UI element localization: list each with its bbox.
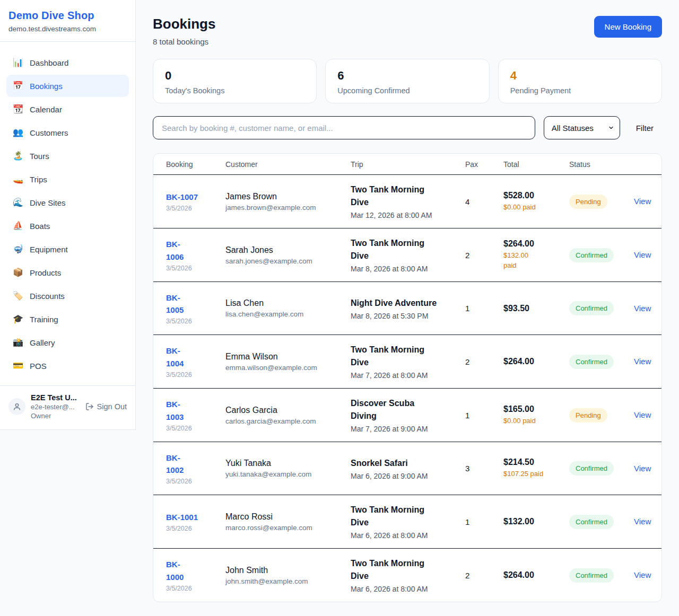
booking-id-link[interactable]: BK-1002 <box>166 452 190 477</box>
booking-date: 3/5/2026 <box>166 371 225 379</box>
filter-button[interactable]: Filter <box>620 124 662 133</box>
credit-card-icon: 💳 <box>13 362 23 370</box>
booking-id-link[interactable]: BK-1006 <box>166 238 190 263</box>
sidebar-item-boats[interactable]: ⛵ Boats <box>6 215 129 237</box>
sidebar-item-trips[interactable]: 🚤 Trips <box>6 168 129 190</box>
view-link[interactable]: View <box>634 410 651 419</box>
sidebar-item-dashboard[interactable]: 📊 Dashboard <box>6 51 129 74</box>
trip-name: Two Tank Morning Dive <box>351 183 431 209</box>
customer-cell: Carlos Garcia carlos.garcia@example.com <box>225 406 351 425</box>
tag-icon: 🏷️ <box>13 292 23 300</box>
graduation-cap-icon: 🎓 <box>13 315 23 323</box>
status-cell: Confirmed <box>569 568 634 583</box>
customer-cell: Sarah Jones sarah.jones@example.com <box>225 245 351 265</box>
speedboat-icon: 🚤 <box>13 175 23 183</box>
page-header: Bookings 8 total bookings New Booking <box>153 16 662 46</box>
search-input[interactable] <box>153 116 535 139</box>
pax-value: 2 <box>465 571 503 580</box>
view-link[interactable]: View <box>634 517 651 526</box>
sidebar-item-label: Dashboard <box>30 58 68 67</box>
paid-amount: $0.00 paid <box>503 416 569 426</box>
total-cell: $264.00 <box>503 570 569 580</box>
booking-date: 3/5/2026 <box>166 425 225 432</box>
sidebar-item-calendar[interactable]: 📆 Calendar <box>6 98 129 120</box>
customer-email: yuki.tanaka@example.com <box>225 470 351 478</box>
sidebar-item-pos[interactable]: 💳 POS <box>6 355 129 377</box>
view-link[interactable]: View <box>634 250 651 259</box>
sidebar-item-bookings[interactable]: 📅 Bookings <box>6 75 129 97</box>
sidebar-item-customers[interactable]: 👥 Customers <box>6 121 129 144</box>
trip-cell: Night Dive Adventure Mar 8, 2026 at 5:30… <box>351 297 465 320</box>
column-header-status: Status <box>569 160 634 169</box>
sidebar-item-gallery[interactable]: 📸 Gallery <box>6 331 129 354</box>
total-cell: $93.50 <box>503 304 569 313</box>
booking-id-link[interactable]: BK-1001 <box>166 511 198 523</box>
booking-cell: BK-1003 3/5/2026 <box>166 398 225 432</box>
status-select[interactable]: All Statuses <box>544 116 620 139</box>
trip-datetime: Mar 12, 2026 at 8:00 AM <box>351 211 465 219</box>
sidebar-item-dive-sites[interactable]: 🌊 Dive Sites <box>6 191 129 214</box>
brand-block: Demo Dive Shop demo.test.divestreams.com <box>0 0 135 42</box>
table-row: BK-1004 3/5/2026 Emma Wilson emma.wilson… <box>153 335 661 388</box>
view-link[interactable]: View <box>634 357 651 366</box>
trip-name: Two Tank Morning Dive <box>351 504 431 529</box>
action-cell: View <box>634 464 651 473</box>
booking-id-link[interactable]: BK-1005 <box>166 292 190 316</box>
customer-email: sarah.jones@example.com <box>225 257 351 265</box>
package-icon: 📦 <box>13 268 23 277</box>
sidebar-nav: 📊 Dashboard 📅 Bookings 📆 Calendar 👥 Cust… <box>0 42 135 385</box>
avatar <box>8 398 25 415</box>
sidebar-item-label: Bookings <box>30 82 63 91</box>
new-booking-button[interactable]: New Booking <box>594 16 662 38</box>
action-cell: View <box>634 250 651 260</box>
view-link[interactable]: View <box>634 464 651 473</box>
sidebar-item-label: Gallery <box>30 338 55 347</box>
booking-id-link[interactable]: BK-1003 <box>166 398 190 423</box>
trip-datetime: Mar 7, 2026 at 8:00 AM <box>351 371 465 380</box>
stat-label: Today's Bookings <box>165 86 304 95</box>
trip-name: Two Tank Morning Dive <box>351 557 431 583</box>
customer-cell: James Brown james.brown@example.com <box>225 192 351 212</box>
calendar-icon: 📅 <box>13 82 23 90</box>
paid-amount: $107.25 paid <box>503 469 569 479</box>
filter-bar: All Statuses Filter <box>153 116 662 139</box>
total-cell: $165.00 $0.00 paid <box>503 404 569 426</box>
view-link[interactable]: View <box>634 197 651 206</box>
table-row: BK-1006 3/5/2026 Sarah Jones sarah.jones… <box>153 228 661 281</box>
trip-datetime: Mar 8, 2026 at 8:00 AM <box>351 265 465 273</box>
person-icon <box>13 402 21 411</box>
total-amount: $264.00 <box>503 570 569 580</box>
sidebar-item-tours[interactable]: 🏝️ Tours <box>6 145 129 167</box>
booking-cell: BK-1002 3/5/2026 <box>166 452 225 486</box>
action-cell: View <box>634 570 651 580</box>
stat-label: Upcoming Confirmed <box>337 86 477 95</box>
user-name: E2E Test U... <box>31 393 80 402</box>
customer-name: Emma Wilson <box>225 352 351 362</box>
status-badge: Confirmed <box>569 461 614 476</box>
trip-datetime: Mar 7, 2026 at 9:00 AM <box>351 425 465 433</box>
user-role: Owner <box>31 412 80 420</box>
stat-label: Pending Payment <box>510 86 650 95</box>
sidebar-item-equipment[interactable]: 🤿 Equipment <box>6 238 129 260</box>
view-link[interactable]: View <box>634 570 651 579</box>
customer-cell: Lisa Chen lisa.chen@example.com <box>225 298 351 318</box>
booking-id-link[interactable]: BK-1007 <box>166 191 198 203</box>
customer-cell: John Smith john.smith@example.com <box>225 566 351 585</box>
customer-email: lisa.chen@example.com <box>225 310 351 318</box>
booking-cell: BK-1005 3/5/2026 <box>166 292 225 325</box>
booking-id-link[interactable]: BK-1004 <box>166 345 190 369</box>
sidebar-item-discounts[interactable]: 🏷️ Discounts <box>6 285 129 307</box>
sign-out-button[interactable]: Sign Out <box>85 402 127 411</box>
sidebar-item-training[interactable]: 🎓 Training <box>6 308 129 330</box>
table-row: BK-1003 3/5/2026 Carlos Garcia carlos.ga… <box>153 388 661 442</box>
booking-id-link[interactable]: BK-1000 <box>166 558 190 583</box>
pax-value: 2 <box>465 251 503 260</box>
sidebar-item-products[interactable]: 📦 Products <box>6 261 129 284</box>
column-header-trip: Trip <box>351 160 465 169</box>
view-link[interactable]: View <box>634 304 651 313</box>
wave-icon: 🌊 <box>13 198 23 207</box>
trip-datetime: Mar 6, 2026 at 8:00 AM <box>351 585 465 593</box>
user-info: E2E Test U... e2e-tester@... Owner <box>31 393 80 420</box>
paid-amount: $132.00 paid <box>503 251 534 271</box>
customer-email: carlos.garcia@example.com <box>225 417 351 425</box>
